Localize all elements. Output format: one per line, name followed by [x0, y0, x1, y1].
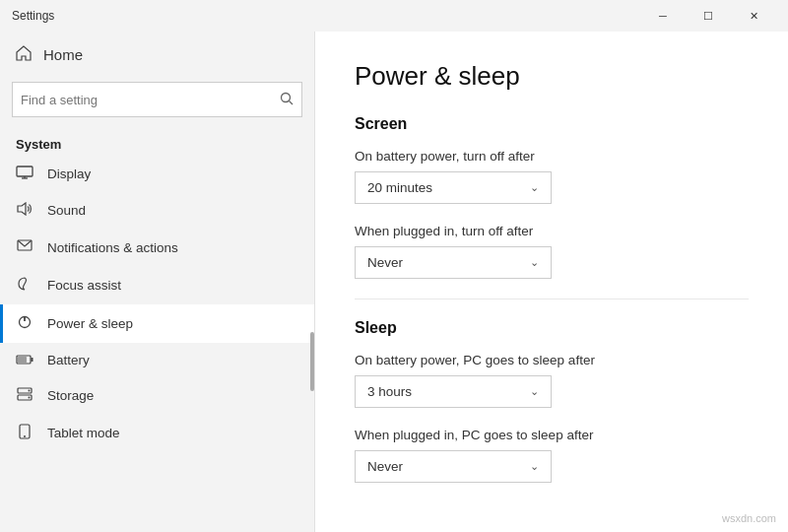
scrollbar-thumb [310, 332, 314, 391]
sidebar-item-display[interactable]: Display [0, 156, 314, 192]
sidebar-scrollbar[interactable] [310, 32, 314, 532]
svg-rect-10 [32, 358, 33, 362]
sidebar-item-battery[interactable]: Battery [0, 343, 314, 377]
storage-icon [16, 387, 33, 404]
display-icon [16, 166, 33, 182]
section-divider [355, 299, 749, 299]
svg-point-14 [29, 390, 31, 392]
plugged-sleep-label: When plugged in, PC goes to sleep after [355, 428, 749, 442]
plugged-screen-chevron: ⌄ [530, 256, 539, 269]
battery-screen-value: 20 minutes [367, 180, 432, 195]
battery-screen-dropdown[interactable]: 20 minutes ⌄ [355, 171, 552, 204]
maximize-button[interactable]: ☐ [686, 0, 731, 32]
page-title: Power & sleep [355, 61, 749, 92]
search-box[interactable] [12, 82, 302, 117]
svg-line-1 [290, 100, 294, 104]
svg-marker-5 [18, 203, 26, 215]
focus-icon [16, 276, 33, 295]
search-icon [280, 92, 294, 108]
sidebar-item-tablet-label: Tablet mode [47, 426, 120, 440]
plugged-sleep-dropdown[interactable]: Never ⌄ [355, 450, 552, 483]
battery-sleep-chevron: ⌄ [530, 385, 539, 398]
sidebar-item-notifications[interactable]: Notifications & actions [0, 229, 314, 266]
battery-sleep-label: On battery power, PC goes to sleep after [355, 353, 749, 367]
sidebar-section-system: System [0, 129, 314, 156]
content-area: Power & sleep Screen On battery power, t… [315, 32, 788, 532]
svg-point-17 [24, 435, 26, 437]
sound-icon [16, 202, 33, 219]
svg-point-15 [29, 397, 31, 399]
sidebar-item-sound-label: Sound [47, 203, 86, 218]
titlebar-controls: ─ ☐ ✕ [640, 0, 776, 32]
sidebar-item-display-label: Display [47, 166, 91, 181]
plugged-screen-dropdown[interactable]: Never ⌄ [355, 246, 552, 279]
battery-screen-label: On battery power, turn off after [355, 149, 749, 164]
search-input[interactable] [21, 93, 280, 107]
close-button[interactable]: ✕ [731, 0, 776, 32]
titlebar-title: Settings [12, 9, 640, 23]
sleep-section-title: Sleep [355, 319, 749, 337]
screen-section-title: Screen [355, 115, 749, 133]
plugged-sleep-value: Never [367, 459, 403, 474]
tablet-icon [16, 424, 33, 442]
home-label: Home [43, 46, 83, 63]
svg-point-0 [282, 93, 291, 101]
home-icon [16, 45, 32, 64]
sidebar-item-home[interactable]: Home [0, 32, 314, 78]
battery-icon [16, 353, 33, 367]
battery-sleep-dropdown[interactable]: 3 hours ⌄ [355, 375, 552, 408]
sidebar-item-storage[interactable]: Storage [0, 377, 314, 414]
sidebar: Home System Display [0, 32, 315, 532]
sidebar-item-storage-label: Storage [47, 388, 94, 403]
titlebar: Settings ─ ☐ ✕ [0, 0, 788, 32]
sidebar-item-focus[interactable]: Focus assist [0, 266, 314, 304]
plugged-screen-label: When plugged in, turn off after [355, 224, 749, 238]
battery-screen-chevron: ⌄ [530, 181, 539, 194]
sidebar-item-power-label: Power & sleep [47, 316, 133, 331]
svg-rect-2 [17, 166, 33, 176]
plugged-sleep-chevron: ⌄ [530, 460, 539, 473]
battery-sleep-value: 3 hours [367, 384, 412, 399]
minimize-button[interactable]: ─ [640, 0, 686, 32]
sidebar-item-power[interactable]: Power & sleep [0, 304, 314, 343]
sidebar-item-sound[interactable]: Sound [0, 192, 314, 229]
sidebar-item-tablet[interactable]: Tablet mode [0, 414, 314, 452]
notifications-icon [16, 238, 33, 256]
sidebar-item-notifications-label: Notifications & actions [47, 240, 178, 255]
power-icon [16, 314, 33, 333]
app-container: Home System Display [0, 32, 788, 532]
svg-rect-11 [18, 357, 27, 363]
sidebar-item-focus-label: Focus assist [47, 278, 121, 293]
sidebar-item-battery-label: Battery [47, 353, 90, 367]
plugged-screen-value: Never [367, 255, 403, 270]
watermark: wsxdn.com [722, 512, 776, 524]
